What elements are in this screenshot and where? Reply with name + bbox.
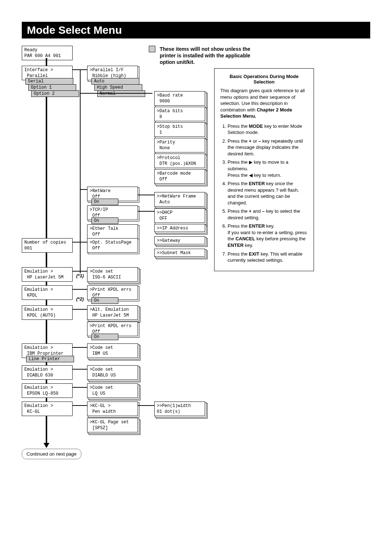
opt-netware-on: On [91,199,118,205]
opt-auto: Auto [91,78,139,85]
step-5: Press the + and – key to select the desi… [228,208,308,221]
box-ready: ReadyPAR 600 A4 001 [22,46,73,60]
note-star2: (*2) [76,296,84,302]
box-codeset-ibm: >Code set IBM US [87,343,138,358]
box-em-kpdlauto: Emulation > KPDL (AUTO) [22,305,73,320]
box-kcgl: >KC-GL > Pen width [87,402,138,416]
box-em-epson: Emulation > EPSON LQ-850 [22,383,73,398]
box-codeset-iso: >Code set ISO-6 ASCII [87,267,138,282]
opt-highspeed: High Speed [94,84,142,91]
legend-text: These items willl not show unless the pr… [160,46,250,66]
step-2: Press the + or – key repeatedly until th… [228,138,308,157]
page-title: Mode Select Menu [22,22,370,38]
box-em-kpdl: Emulation > KPDL [22,285,73,300]
sidebar-intro: This diagram gives quick reference to al… [220,87,308,119]
opt-serial: Serial [25,78,73,85]
step-4: Press the ENTER key once the desired men… [228,180,308,206]
box-statuspage: >Opt. StatusPage Off [87,238,138,253]
box-gateway: >>Gateway [154,236,205,244]
box-pen: >>Pen(1)width 01 dot(s) [154,402,205,416]
box-em-kcgl: Emulation > KC-GL [22,402,73,416]
box-barcode: >Barcode mode Off [154,169,205,184]
diagram: These items willl not show unless the pr… [22,46,370,518]
box-netware-frame: >>NetWare Frame Auto [154,192,205,207]
box-baud: >Baud rate 9600 [154,91,205,106]
continued-label: Continued on next page [22,449,81,459]
arrow-down-icon [44,443,49,448]
opt-normal: Normal [97,90,145,97]
box-ethertalk: >Ether Talk Off [87,224,138,239]
note-star1: (*1) [76,273,84,278]
opt-lineprinter: Line Printer [26,356,74,362]
sidebar-operations: Basic Operations During Mode Selection T… [214,68,314,271]
box-parity: >Parity None [154,138,205,152]
box-protocol: >Protocol DTR (pos.)&XON [154,154,205,168]
box-dhcp: >>DHCP OFF [154,208,205,223]
step-3: Press the ▶ key to move to a submenu.Pre… [228,159,308,178]
step-6: Press the ENTER key.If you want to re-en… [228,223,308,248]
legend: These items willl not show unless the pr… [149,46,254,66]
box-copies: Number of copies 001 [22,238,73,253]
box-databits: >Data bits 8 [154,107,205,121]
box-em-hp: Emulation > HP LaserJet 5M [22,267,73,282]
sidebar-steps: Press the MODE key to enter Mode Selctio… [220,123,308,264]
legend-swatch [149,46,155,52]
step-7: Press the EXIT key. This will enable cur… [228,251,308,264]
sidebar-title: Basic Operations During Mode Selection [220,74,308,85]
opt-tcpip-on: On [91,217,118,224]
box-stopbits: >Stop bits 1 [154,122,205,137]
opt-option1: Option 1 [28,84,76,91]
box-codeset-diablo: >Code set DIABLO US [87,365,138,380]
box-kcgl-page: >KC-GL Page set [SPSZ] [87,418,138,432]
opt-option2: Option 2 [31,90,79,97]
opt-kpdlerr-on: On [91,297,118,304]
box-ip: >>IP Address [154,224,205,232]
box-altem: >Alt. Emulation HP LaserJet 5M [87,305,138,320]
box-codeset-lq: >Code set LQ US [87,383,138,398]
box-subnet: >>Subnet Mask [154,249,205,257]
opt-kpdlerr2-on: On [91,334,118,340]
step-1: Press the MODE key to enter Mode Selctio… [228,123,308,136]
box-em-diablo: Emulation > DIABLO 630 [22,365,73,380]
